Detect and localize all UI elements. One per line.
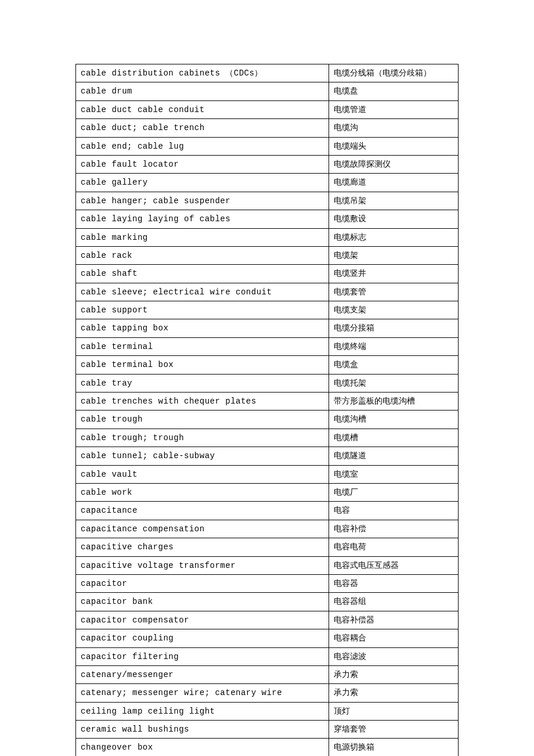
table-row: capacitive voltage transformer电容式电压互感器 xyxy=(76,556,459,574)
table-row: cable gallery电缆廊道 xyxy=(76,174,459,192)
chinese-term-cell: 承力索 xyxy=(329,684,459,702)
chinese-term-cell: 电缆吊架 xyxy=(329,192,459,210)
chinese-term-cell: 电缆终端 xyxy=(329,337,459,355)
table-row: cable distribution cabinets （CDCs）电缆分线箱（… xyxy=(76,64,459,82)
english-term-cell: cable duct cable conduit xyxy=(76,100,329,118)
english-term-cell: cable trough xyxy=(76,411,329,429)
chinese-term-cell: 电缆隧道 xyxy=(329,447,459,465)
table-row: cable marking电缆标志 xyxy=(76,228,459,246)
chinese-term-cell: 电缆室 xyxy=(329,465,459,483)
table-row: cable shaft电缆竖井 xyxy=(76,265,459,283)
chinese-term-cell: 电缆支架 xyxy=(329,301,459,319)
chinese-term-cell: 电容电荷 xyxy=(329,538,459,556)
table-row: cable rack电缆架 xyxy=(76,246,459,264)
table-row: cable hanger; cable suspender电缆吊架 xyxy=(76,192,459,210)
table-row: cable tunnel; cable-subway电缆隧道 xyxy=(76,447,459,465)
english-term-cell: ceiling lamp ceiling light xyxy=(76,702,329,720)
chinese-term-cell: 电缆盒 xyxy=(329,356,459,374)
english-term-cell: changeover box xyxy=(76,739,329,756)
table-row: capacitance compensation电容补偿 xyxy=(76,520,459,538)
chinese-term-cell: 电缆托架 xyxy=(329,374,459,392)
chinese-term-cell: 电缆槽 xyxy=(329,429,459,447)
english-term-cell: cable laying laying of cables xyxy=(76,210,329,228)
chinese-term-cell: 电容耦合 xyxy=(329,629,459,647)
table-row: cable drum电缆盘 xyxy=(76,82,459,100)
chinese-term-cell: 电缆盘 xyxy=(329,82,459,100)
chinese-term-cell: 电容 xyxy=(329,502,459,520)
table-row: capacitive charges电容电荷 xyxy=(76,538,459,556)
table-row: catenary; messenger wire; catenary wire承… xyxy=(76,684,459,702)
chinese-term-cell: 穿墙套管 xyxy=(329,721,459,739)
chinese-term-cell: 电源切换箱 xyxy=(329,739,459,756)
table-row: capacitance电容 xyxy=(76,502,459,520)
table-row: cable terminal电缆终端 xyxy=(76,337,459,355)
english-term-cell: cable trenches with chequer plates xyxy=(76,393,329,411)
chinese-term-cell: 电缆沟槽 xyxy=(329,411,459,429)
english-term-cell: capacitor compensator xyxy=(76,611,329,629)
english-term-cell: ceramic wall bushings xyxy=(76,721,329,739)
chinese-term-cell: 电缆竖井 xyxy=(329,265,459,283)
english-term-cell: capacitor bank xyxy=(76,593,329,611)
chinese-term-cell: 电缆厂 xyxy=(329,483,459,501)
english-term-cell: capacitive charges xyxy=(76,538,329,556)
table-row: cable fault locator电缆故障探测仪 xyxy=(76,155,459,173)
chinese-term-cell: 电缆敷设 xyxy=(329,210,459,228)
chinese-term-cell: 电容器组 xyxy=(329,593,459,611)
chinese-term-cell: 电缆廊道 xyxy=(329,174,459,192)
english-term-cell: cable distribution cabinets （CDCs） xyxy=(76,64,329,82)
table-row: cable duct; cable trench电缆沟 xyxy=(76,119,459,137)
english-term-cell: capacitance xyxy=(76,502,329,520)
chinese-term-cell: 电缆标志 xyxy=(329,228,459,246)
table-row: ceiling lamp ceiling light顶灯 xyxy=(76,702,459,720)
chinese-term-cell: 承力索 xyxy=(329,665,459,683)
table-row: cable laying laying of cables电缆敷设 xyxy=(76,210,459,228)
english-term-cell: cable trough; trough xyxy=(76,429,329,447)
table-row: cable duct cable conduit电缆管道 xyxy=(76,100,459,118)
english-term-cell: cable tapping box xyxy=(76,319,329,337)
english-term-cell: capacitive voltage transformer xyxy=(76,556,329,574)
table-row: cable sleeve; electrical wire conduit电缆套… xyxy=(76,283,459,301)
table-row: cable tapping box电缆分接箱 xyxy=(76,319,459,337)
english-term-cell: cable sleeve; electrical wire conduit xyxy=(76,283,329,301)
english-term-cell: cable drum xyxy=(76,82,329,100)
table-row: cable support电缆支架 xyxy=(76,301,459,319)
english-term-cell: capacitor filtering xyxy=(76,647,329,665)
english-term-cell: cable end; cable lug xyxy=(76,137,329,155)
table-row: capacitor bank电容器组 xyxy=(76,593,459,611)
chinese-term-cell: 电缆沟 xyxy=(329,119,459,137)
english-term-cell: catenary; messenger wire; catenary wire xyxy=(76,684,329,702)
table-row: catenary/messenger承力索 xyxy=(76,665,459,683)
chinese-term-cell: 电容滤波 xyxy=(329,647,459,665)
chinese-term-cell: 电容器 xyxy=(329,574,459,592)
chinese-term-cell: 电容补偿器 xyxy=(329,611,459,629)
english-term-cell: cable tray xyxy=(76,374,329,392)
chinese-term-cell: 顶灯 xyxy=(329,702,459,720)
table-row: cable trenches with chequer plates带方形盖板的… xyxy=(76,393,459,411)
chinese-term-cell: 电缆故障探测仪 xyxy=(329,155,459,173)
table-row: cable tray电缆托架 xyxy=(76,374,459,392)
table-row: cable trough电缆沟槽 xyxy=(76,411,459,429)
glossary-tbody: cable distribution cabinets （CDCs）电缆分线箱（… xyxy=(76,64,459,757)
chinese-term-cell: 电容补偿 xyxy=(329,520,459,538)
english-term-cell: cable terminal box xyxy=(76,356,329,374)
english-term-cell: cable hanger; cable suspender xyxy=(76,192,329,210)
english-term-cell: cable marking xyxy=(76,228,329,246)
english-term-cell: cable rack xyxy=(76,246,329,264)
english-term-cell: catenary/messenger xyxy=(76,665,329,683)
chinese-term-cell: 电缆端头 xyxy=(329,137,459,155)
glossary-table: cable distribution cabinets （CDCs）电缆分线箱（… xyxy=(75,64,459,756)
english-term-cell: cable duct; cable trench xyxy=(76,119,329,137)
chinese-term-cell: 电缆管道 xyxy=(329,100,459,118)
english-term-cell: cable shaft xyxy=(76,265,329,283)
document-page: cable distribution cabinets （CDCs）电缆分线箱（… xyxy=(0,0,534,756)
english-term-cell: capacitance compensation xyxy=(76,520,329,538)
table-row: changeover box电源切换箱 xyxy=(76,739,459,756)
chinese-term-cell: 电缆套管 xyxy=(329,283,459,301)
table-row: capacitor coupling电容耦合 xyxy=(76,629,459,647)
english-term-cell: cable terminal xyxy=(76,337,329,355)
table-row: ceramic wall bushings穿墙套管 xyxy=(76,721,459,739)
chinese-term-cell: 电缆分线箱（电缆分歧箱） xyxy=(329,64,459,82)
english-term-cell: cable vault xyxy=(76,465,329,483)
english-term-cell: cable gallery xyxy=(76,174,329,192)
table-row: cable work电缆厂 xyxy=(76,483,459,501)
